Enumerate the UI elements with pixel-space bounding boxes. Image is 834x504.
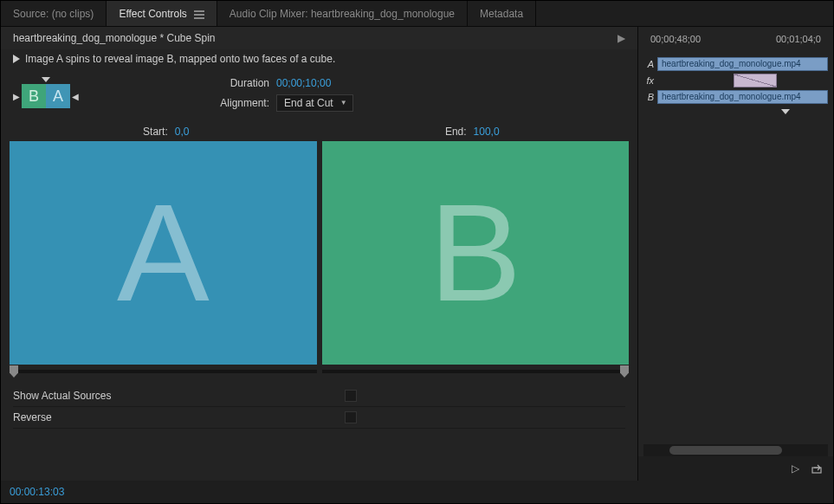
alignment-label: Alignment: — [209, 97, 269, 109]
alignment-value: End at Cut — [284, 97, 333, 109]
transition-fx-clip[interactable] — [734, 74, 777, 87]
reverse-label: Reverse — [13, 411, 345, 423]
start-value[interactable]: 0,0 — [175, 126, 190, 138]
mini-timeline-panel: 00;00;48;00 00;01;04;0 A heartbreaking_d… — [638, 27, 833, 481]
footer: 00:00:13:03 — [1, 481, 833, 503]
arrow-down-icon — [42, 77, 50, 82]
track-b-clip[interactable]: heartbreaking_dog_monologue.mp4 — [657, 90, 828, 104]
playhead-icon[interactable] — [781, 109, 790, 114]
track-b-label: B — [643, 92, 654, 102]
end-label: End: — [445, 126, 467, 138]
effect-controls-panel: heartbreaking_dog_monologue * Cube Spin … — [1, 27, 638, 481]
tab-source[interactable]: Source: (no clips) — [1, 1, 107, 26]
duration-label: Duration — [209, 77, 269, 89]
tile-b: B — [22, 84, 46, 108]
reverse-checkbox[interactable] — [345, 411, 357, 423]
export-icon[interactable] — [811, 462, 824, 475]
start-slider[interactable] — [10, 370, 317, 373]
track-fx-label: fx — [643, 75, 654, 86]
arrow-right-icon: ▶ — [13, 92, 20, 101]
duration-value[interactable]: 00;00;10;00 — [276, 77, 331, 89]
slider-thumb[interactable] — [620, 365, 629, 378]
panel-tabs: Source: (no clips) Effect Controls Audio… — [1, 1, 833, 27]
tab-effect-controls-label: Effect Controls — [119, 8, 186, 20]
title-row: heartbreaking_dog_monologue * Cube Spin … — [1, 27, 637, 49]
show-actual-sources-checkbox[interactable] — [345, 390, 357, 402]
arrow-left-icon: ◀ — [72, 92, 79, 101]
tab-metadata[interactable]: Metadata — [468, 1, 536, 26]
start-label: Start: — [143, 126, 168, 138]
clip-effect-title: heartbreaking_dog_monologue * Cube Spin — [13, 32, 216, 44]
end-slider[interactable] — [322, 370, 630, 373]
track-a-clip[interactable]: heartbreaking_dog_monologue.mp4 — [657, 57, 828, 71]
tab-audio-mixer[interactable]: Audio Clip Mixer: heartbreaking_dog_mono… — [217, 1, 468, 26]
timeline-time-left: 00;00;48;00 — [650, 34, 701, 44]
tab-audio-mixer-label: Audio Clip Mixer: heartbreaking_dog_mono… — [230, 8, 455, 20]
tab-metadata-label: Metadata — [480, 8, 523, 20]
play-icon[interactable] — [13, 55, 20, 63]
timeline-time-right: 00;01;04;0 — [776, 34, 821, 44]
tile-a: A — [46, 84, 70, 108]
timeline-scrollbar[interactable] — [643, 444, 828, 456]
loop-icon[interactable]: ▷ — [788, 462, 802, 475]
panel-menu-icon[interactable] — [194, 10, 204, 18]
transition-direction-control[interactable]: ▶ B A ◀ — [13, 77, 79, 108]
preview-letter-a: A — [117, 173, 210, 333]
preview-end-frame: B — [322, 141, 630, 365]
alignment-dropdown[interactable]: End at Cut — [276, 94, 353, 112]
show-actual-sources-label: Show Actual Sources — [13, 390, 345, 402]
track-a-label: A — [643, 59, 654, 69]
end-value[interactable]: 100,0 — [474, 126, 500, 138]
preview-letter-b: B — [429, 173, 521, 333]
slider-thumb[interactable] — [10, 365, 18, 378]
tab-source-label: Source: (no clips) — [13, 8, 94, 20]
current-timecode[interactable]: 00:00:13:03 — [10, 486, 64, 498]
tab-effect-controls[interactable]: Effect Controls — [107, 1, 217, 26]
preview-start-frame: A — [10, 141, 317, 365]
description-row: Image A spins to reveal image B, mapped … — [1, 49, 637, 72]
scrollbar-thumb[interactable] — [669, 446, 782, 455]
show-timeline-arrow-icon[interactable]: ▶ — [617, 32, 625, 44]
effect-description: Image A spins to reveal image B, mapped … — [25, 53, 335, 65]
